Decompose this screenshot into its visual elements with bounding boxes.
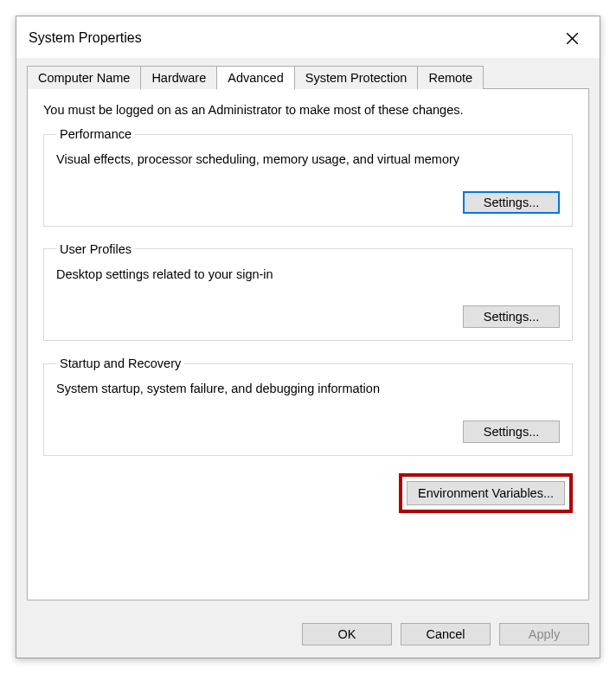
startup-recovery-settings-button[interactable]: Settings... xyxy=(463,420,560,443)
startup-recovery-desc: System startup, system failure, and debu… xyxy=(56,381,560,398)
startup-recovery-legend: Startup and Recovery xyxy=(56,356,184,370)
tab-remote[interactable]: Remote xyxy=(417,66,484,89)
titlebar: System Properties xyxy=(16,16,600,58)
user-profiles-settings-button[interactable]: Settings... xyxy=(463,305,560,328)
tabs-row: Computer Name Hardware Advanced System P… xyxy=(27,65,589,89)
ok-button[interactable]: OK xyxy=(302,623,392,645)
startup-recovery-group: Startup and Recovery System startup, sys… xyxy=(43,356,573,456)
cancel-button[interactable]: Cancel xyxy=(401,623,491,645)
user-profiles-group: User Profiles Desktop settings related t… xyxy=(43,242,573,342)
environment-variables-row: Environment Variables... xyxy=(43,473,573,513)
tab-system-protection[interactable]: System Protection xyxy=(294,66,419,89)
tab-advanced[interactable]: Advanced xyxy=(216,66,295,90)
tab-computer-name[interactable]: Computer Name xyxy=(27,66,141,89)
performance-group: Performance Visual effects, processor sc… xyxy=(43,127,573,227)
dialog-content: Computer Name Hardware Advanced System P… xyxy=(16,58,600,611)
environment-variables-highlight: Environment Variables... xyxy=(399,473,573,513)
close-icon xyxy=(566,32,579,45)
intro-text: You must be logged on as an Administrato… xyxy=(43,103,573,117)
tab-hardware[interactable]: Hardware xyxy=(140,66,217,89)
user-profiles-legend: User Profiles xyxy=(56,242,135,256)
performance-desc: Visual effects, processor scheduling, me… xyxy=(56,151,560,169)
performance-settings-button[interactable]: Settings... xyxy=(463,191,560,214)
environment-variables-button[interactable]: Environment Variables... xyxy=(407,481,565,505)
close-button[interactable] xyxy=(555,25,589,51)
tab-panel-advanced: You must be logged on as an Administrato… xyxy=(27,88,589,600)
bottom-button-bar: OK Cancel Apply xyxy=(16,611,600,658)
system-properties-dialog: System Properties Computer Name Hardware… xyxy=(16,16,600,658)
apply-button[interactable]: Apply xyxy=(499,623,589,645)
window-title: System Properties xyxy=(29,30,142,46)
user-profiles-desc: Desktop settings related to your sign-in xyxy=(56,266,560,284)
performance-legend: Performance xyxy=(56,127,135,141)
